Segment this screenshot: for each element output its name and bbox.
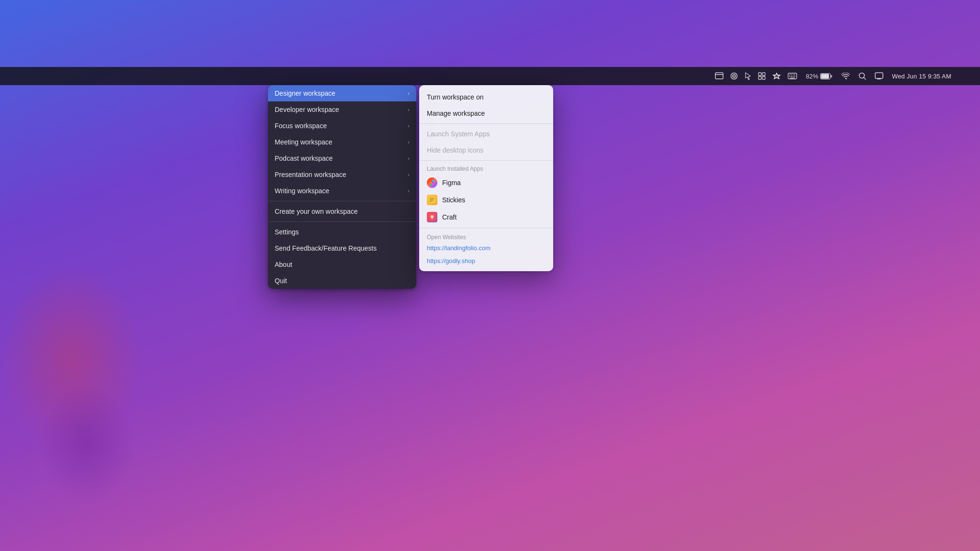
svg-rect-35 [430,199,434,200]
presentation-workspace-label: Presentation workspace [275,171,346,178]
svg-rect-11 [791,75,792,76]
decorative-blob-2 [38,384,134,503]
submenu-app-figma[interactable]: Figma [419,174,553,191]
svg-rect-15 [791,76,792,77]
chevron-right-icon: › [408,155,410,161]
target-icon[interactable] [730,72,738,80]
chevron-right-icon: › [408,139,410,145]
focus-workspace-label: Focus workspace [275,122,327,130]
svg-rect-16 [792,76,793,77]
svg-rect-17 [794,76,795,77]
svg-rect-10 [789,75,790,76]
submenu-app-stickies[interactable]: Stickies [419,191,553,209]
submenu-website-2[interactable]: https://godly.shop [419,254,553,267]
submenu-hide-desktop-icons[interactable]: Hide desktop icons [419,142,553,158]
figma-app-label: Figma [442,179,461,187]
about-label: About [275,261,292,268]
grid-icon[interactable] [758,72,766,80]
desktop: 82% [0,0,980,551]
svg-rect-21 [831,75,832,77]
installed-apps-section-label: Launch Installed Apps [419,163,553,174]
quit-label: Quit [275,277,287,285]
control-center-icon[interactable] [875,72,883,80]
svg-rect-31 [430,184,432,186]
submenu-designer-workspace: Turn workspace on Manage workspace Launc… [419,85,553,271]
svg-rect-5 [758,73,761,76]
cursor-icon[interactable] [745,72,751,80]
menu-separator-2 [268,221,416,222]
meeting-workspace-label: Meeting workspace [275,138,333,146]
svg-rect-18 [790,77,795,78]
svg-point-4 [734,76,735,77]
turn-on-label: Turn workspace on [427,93,484,101]
menu-item-focus-workspace[interactable]: Focus workspace › [268,118,416,134]
menu-item-about[interactable]: About [268,256,416,273]
menubar-datetime[interactable]: Wed Jun 15 9:35 AM [892,73,951,80]
keyboard-icon[interactable] [788,73,797,79]
finder-icon[interactable] [715,72,724,80]
svg-rect-8 [762,77,765,79]
chevron-right-icon: › [408,107,410,112]
submenu-launch-system-apps[interactable]: Launch System Apps [419,126,553,142]
svg-rect-13 [794,75,795,76]
podcast-workspace-label: Podcast workspace [275,154,333,162]
menu-item-settings[interactable]: Settings [268,224,416,240]
manage-label: Manage workspace [427,110,485,117]
stickies-app-label: Stickies [442,196,465,204]
chevron-right-icon: › [408,172,410,177]
submenu-manage-button[interactable]: Manage workspace [419,105,553,121]
menu-item-create-workspace[interactable]: Create your own workspace [268,203,416,220]
menu-separator-1 [268,201,416,201]
menubar-system-icons [715,72,797,80]
wifi-icon[interactable] [841,73,850,79]
battery-icon [820,73,833,79]
menu-item-designer-workspace[interactable]: Designer workspace › [268,85,416,101]
submenu-website-1[interactable]: https://landingfolio.com [419,242,553,254]
svg-rect-24 [875,73,883,78]
svg-point-32 [432,180,434,182]
stickies-app-icon [427,195,437,205]
chevron-right-icon: › [408,123,410,129]
craft-app-label: Craft [442,213,457,221]
primary-menu: Designer workspace › Developer workspace… [268,85,416,289]
svg-rect-28 [430,180,432,182]
svg-rect-14 [789,76,790,77]
craft-app-icon [427,212,437,222]
chevron-right-icon: › [408,90,410,96]
menu-item-feedback[interactable]: Send Feedback/Feature Requests [268,240,416,256]
battery-indicator[interactable]: 82% [806,73,833,80]
svg-rect-0 [715,73,723,79]
feedback-label: Send Feedback/Feature Requests [275,244,377,252]
search-icon[interactable] [858,72,866,80]
menu-item-presentation-workspace[interactable]: Presentation workspace › [268,166,416,183]
submenu-separator-3 [419,228,553,228]
battery-percent-label: 82% [806,73,818,80]
open-websites-label: Open Websites [419,230,553,242]
svg-rect-7 [758,77,761,79]
workspace-menu-icon[interactable] [772,72,781,80]
submenu-turn-on-button[interactable]: Turn workspace on [419,89,553,105]
submenu-app-craft[interactable]: Craft [419,209,553,226]
menu-item-quit[interactable]: Quit [268,273,416,289]
svg-line-23 [864,77,866,79]
chevron-right-icon: › [408,188,410,194]
settings-label: Settings [275,228,299,236]
developer-workspace-label: Developer workspace [275,106,339,113]
svg-rect-12 [792,75,793,76]
create-workspace-label: Create your own workspace [275,208,358,215]
menu-item-writing-workspace[interactable]: Writing workspace › [268,183,416,199]
menu-item-meeting-workspace[interactable]: Meeting workspace › [268,134,416,150]
designer-workspace-label: Designer workspace [275,89,335,97]
launch-system-apps-label: Launch System Apps [427,130,490,138]
submenu-separator-1 [419,123,553,124]
writing-workspace-label: Writing workspace [275,187,329,195]
svg-rect-29 [430,182,432,184]
menu-item-developer-workspace[interactable]: Developer workspace › [268,101,416,118]
svg-rect-30 [432,182,434,184]
submenu-separator-2 [419,160,553,161]
menu-item-podcast-workspace[interactable]: Podcast workspace › [268,150,416,166]
svg-rect-36 [430,201,433,202]
hide-desktop-icons-label: Hide desktop icons [427,146,483,154]
figma-app-icon [427,177,437,188]
svg-rect-34 [430,198,434,199]
